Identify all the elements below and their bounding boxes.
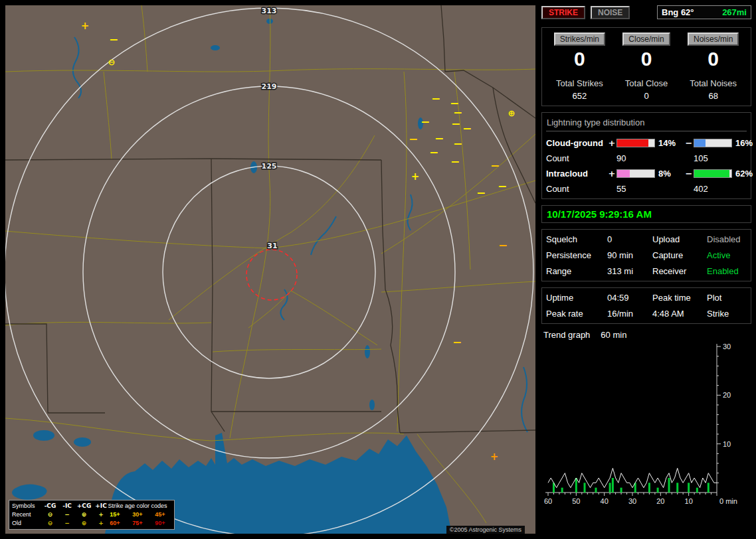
svg-text:−: − [421, 115, 430, 128]
plus-sign: + [607, 169, 616, 179]
pos-cg-icon: ⊕ [76, 510, 92, 519]
cg-negative-pct: 16% [732, 138, 753, 148]
svg-text:−: − [498, 179, 507, 193]
squelch-value: 0 [607, 234, 652, 244]
pos-cg-icon: ⊕ [76, 519, 92, 528]
ic-negative-bar [694, 169, 732, 178]
svg-text:20: 20 [656, 497, 664, 505]
map-area[interactable]: 313 219 125 31 +−⊖−−−⊕−−−−−−−−−+−−−−+ Sy… [5, 5, 535, 534]
neg-cg-icon: ⊖ [43, 519, 58, 528]
map-legend: Symbols -CG -IC +CG +IC Strike age color… [9, 500, 175, 530]
mode-row: STRIKE NOISE Bng 62° 267mi [541, 5, 751, 19]
svg-text:+: + [81, 20, 90, 32]
trend-graph-label: Trend graph [543, 330, 590, 340]
noises-per-min-value: 0 [680, 48, 747, 70]
bearing-distance: 267mi [722, 7, 747, 17]
peak-rate-label: Peak rate [546, 309, 607, 319]
svg-text:50: 50 [572, 497, 580, 505]
svg-text:0 min: 0 min [719, 497, 737, 505]
svg-text:−: − [452, 335, 462, 348]
range-ring-label-219: 219 [262, 82, 277, 91]
neg-cg-icon: ⊖ [43, 510, 58, 519]
ic-negative-count: 402 [694, 184, 753, 194]
noises-per-min-label: Noises/min [688, 33, 739, 46]
persistence-label: Persistence [546, 250, 607, 260]
close-per-min-label: Close/min [622, 33, 670, 46]
total-close-value: 0 [613, 91, 680, 101]
age-15: 15+ [104, 510, 126, 519]
strikes-per-min-label: Strikes/min [554, 33, 605, 46]
svg-text:−: − [462, 121, 472, 135]
map-canvas[interactable]: 313 219 125 31 +−⊖−−−⊕−−−−−−−−−+−−−−+ [5, 5, 535, 534]
distribution-title: Lightning type distribution [546, 117, 747, 131]
intracloud-row: Intracloud + 8% − 62% Count 55 402 [546, 169, 747, 194]
ic-positive-bar-fill [617, 170, 630, 177]
noise-mode-button[interactable]: NOISE [591, 6, 630, 19]
range-ring-label-313: 313 [262, 7, 277, 15]
age-45: 45+ [149, 510, 171, 519]
count-label: Count [546, 184, 607, 194]
svg-text:−: − [453, 137, 462, 150]
svg-text:60: 60 [544, 497, 552, 505]
status-panel: STRIKE NOISE Bng 62° 267mi Strikes/min C… [541, 5, 751, 534]
svg-text:40: 40 [601, 497, 609, 505]
uptime-box: Uptime 04:59 Peak time Plot Peak rate 16… [541, 287, 751, 324]
total-noises-value: 68 [680, 91, 747, 101]
legend-old-label: Old [12, 519, 43, 528]
svg-text:−: − [434, 131, 444, 145]
svg-text:⊕: ⊕ [508, 108, 516, 118]
svg-text:−: − [451, 117, 460, 130]
svg-text:30: 30 [628, 497, 636, 505]
neg-ic-icon: − [60, 519, 75, 528]
minus-sign: − [684, 138, 694, 148]
svg-text:⊖: ⊖ [108, 57, 116, 67]
bearing-value: Bng 62° [662, 7, 694, 17]
plus-sign: + [607, 138, 616, 148]
svg-text:−: − [450, 155, 460, 168]
close-per-min-value: 0 [613, 48, 680, 70]
trend-graph: 1020306050403020100 min [541, 343, 751, 510]
trend-graph-header: Trend graph 60 min [543, 330, 751, 340]
svg-text:−: − [498, 238, 508, 252]
range-ring-label-125: 125 [262, 162, 277, 171]
uptime-value: 04:59 [607, 293, 652, 303]
legend-type-neg-cg: -CG [43, 502, 58, 510]
legend-age-header: Strike age color codes [104, 502, 171, 510]
legend-old-symbols: ⊖ − ⊕ + [43, 519, 104, 528]
persistence-value: 90 min [607, 250, 652, 260]
copyright-credit: ©2005 Astrogenic Systems [446, 526, 525, 534]
squelch-label: Squelch [546, 234, 607, 244]
strike-mode-button[interactable]: STRIKE [541, 6, 585, 19]
total-strikes-value: 652 [546, 91, 613, 101]
cg-positive-count: 90 [616, 153, 684, 163]
age-60: 60+ [104, 519, 126, 528]
legend-recent-row: Recent ⊖ − ⊕ + 15+ 30+ 45+ [12, 510, 171, 519]
datetime-display: 10/17/2025 9:29:16 AM [541, 205, 751, 223]
distribution-box: Lightning type distribution Cloud-ground… [541, 112, 751, 199]
neg-ic-icon: − [60, 510, 75, 519]
total-strikes-label: Total Strikes [546, 78, 613, 88]
intracloud-label: Intracloud [546, 169, 607, 179]
legend-recent-label: Recent [12, 510, 43, 519]
svg-text:−: − [490, 159, 500, 172]
ic-negative-bar-fill [694, 170, 729, 177]
svg-text:10: 10 [723, 440, 731, 448]
svg-text:30: 30 [723, 343, 731, 350]
cg-negative-bar [694, 139, 732, 147]
age-75: 75+ [126, 519, 149, 528]
svg-text:+: + [490, 451, 499, 463]
ic-positive-count: 55 [616, 184, 684, 194]
capture-label: Capture [652, 250, 707, 260]
app-window: 313 219 125 31 +−⊖−−−⊕−−−−−−−−−+−−−−+ Sy… [0, 0, 756, 539]
trend-graph-window: 60 min [601, 330, 626, 340]
svg-text:−: − [109, 33, 118, 46]
ic-positive-pct: 8% [655, 169, 684, 179]
trend-graph-canvas: 1020306050403020100 min [541, 343, 749, 508]
svg-text:−: − [476, 186, 486, 199]
legend-old-row: Old ⊖ − ⊕ + 60+ 75+ 90+ [12, 519, 171, 528]
legend-recent-symbols: ⊖ − ⊕ + [43, 510, 104, 519]
peak-rate-value: 16/min [607, 309, 652, 319]
svg-text:−: − [409, 132, 418, 145]
svg-text:+: + [411, 171, 420, 183]
legend-type-headers: -CG -IC +CG +IC [43, 502, 104, 510]
